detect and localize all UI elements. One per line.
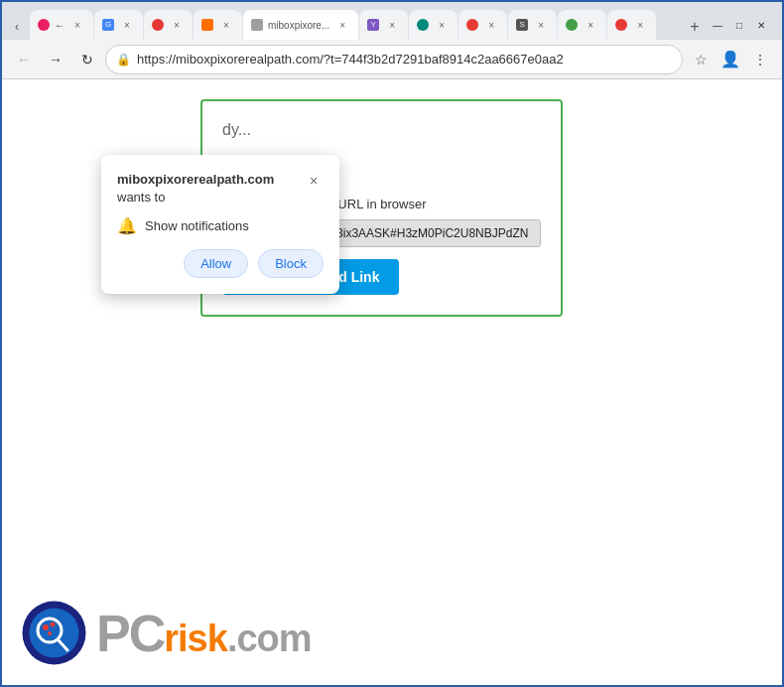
minimize-button[interactable]: — [709, 16, 726, 34]
svg-point-4 [43, 624, 49, 630]
loading-text: dy... [222, 121, 541, 139]
popup-notification-row: 🔔 Show notifications [117, 216, 324, 235]
pc-text: PC [96, 604, 164, 663]
tab-5-close[interactable]: × [334, 17, 350, 33]
browser-frame: ‹ ← × G × × × [2, 2, 782, 685]
tab-11[interactable]: × [607, 10, 656, 40]
svg-point-5 [51, 622, 56, 627]
tab-7[interactable]: × [409, 10, 457, 40]
svg-point-6 [48, 631, 52, 635]
toolbar-actions: ☆ 👤 ⋮ [687, 46, 774, 73]
profile-icon: 👤 [720, 50, 740, 69]
popup-header: miboxpixorerealpath.com wants to × [117, 171, 324, 206]
notification-popup: miboxpixorerealpath.com wants to × 🔔 Sho… [101, 155, 339, 294]
refresh-button[interactable]: ↻ [73, 46, 101, 73]
more-icon: ⋮ [753, 52, 767, 68]
back-icon: ← [17, 52, 31, 68]
forward-icon: → [49, 52, 63, 68]
pc-logo [22, 601, 86, 665]
more-button[interactable]: ⋮ [746, 46, 774, 73]
secure-icon: 🔒 [116, 53, 131, 67]
tab-7-close[interactable]: × [434, 17, 450, 33]
popup-notification-text: Show notifications [145, 218, 249, 233]
tab-6[interactable]: Y × [359, 10, 408, 40]
tab-5-active[interactable]: miboxpixore... × [243, 10, 358, 40]
tab-8[interactable]: × [458, 10, 507, 40]
popup-close-button[interactable]: × [304, 171, 324, 191]
popup-actions: Allow Block [117, 249, 324, 278]
popup-domain: miboxpixorerealpath.com [117, 172, 274, 187]
tab-9[interactable]: S × [508, 10, 557, 40]
tab-10[interactable]: × [558, 10, 606, 40]
bell-icon: 🔔 [117, 216, 137, 235]
watermark-area: PC risk .com [22, 601, 312, 665]
tab-10-close[interactable]: × [583, 17, 598, 33]
tab-2[interactable]: G × [94, 10, 143, 40]
tab-bar: ‹ ← × G × × × [2, 2, 782, 40]
forward-button[interactable]: → [42, 46, 69, 73]
risk-text: risk [164, 618, 227, 660]
page-content: dy... s: 2025 Copy and paste the URL in … [2, 79, 782, 685]
allow-button[interactable]: Allow [184, 249, 248, 278]
star-icon: ☆ [695, 52, 708, 68]
tab-2-close[interactable]: × [119, 17, 135, 33]
watermark-text: PC risk .com [96, 604, 312, 663]
new-tab-button[interactable]: + [683, 14, 707, 40]
browser-toolbar: ← → ↻ 🔒 https://miboxpixorerealpath.com/… [2, 40, 782, 79]
address-bar[interactable]: 🔒 https://miboxpixorerealpath.com/?t=744… [105, 45, 683, 74]
profile-button[interactable]: 👤 [717, 46, 744, 73]
bookmark-button[interactable]: ☆ [687, 46, 715, 73]
tab-1[interactable]: ← × [30, 10, 93, 40]
popup-title: miboxpixorerealpath.com wants to [117, 171, 304, 206]
tab-1-close[interactable]: × [69, 17, 85, 33]
tab-4[interactable]: × [194, 10, 242, 40]
tab-8-close[interactable]: × [483, 17, 499, 33]
block-button[interactable]: Block [258, 249, 324, 278]
refresh-icon: ↻ [81, 52, 93, 68]
tab-3[interactable]: × [144, 10, 193, 40]
tab-6-close[interactable]: × [384, 17, 400, 33]
tab-scroll-left[interactable]: ‹ [6, 14, 28, 40]
window-controls: — □ ✕ [709, 16, 778, 40]
maximize-button[interactable]: □ [730, 16, 748, 34]
tab-4-close[interactable]: × [218, 17, 234, 33]
tab-3-close[interactable]: × [169, 17, 185, 33]
address-text: https://miboxpixorerealpath.com/?t=744f3… [137, 52, 672, 67]
tab-9-close[interactable]: × [533, 17, 549, 33]
close-button[interactable]: ✕ [752, 16, 770, 34]
tabs-area: ← × G × × × miboxpixore... × [30, 10, 677, 40]
back-button[interactable]: ← [10, 46, 38, 73]
tab-11-close[interactable]: × [632, 17, 648, 33]
com-text: .com [227, 618, 312, 660]
pc-logo-svg [22, 601, 86, 665]
popup-title-suffix: wants to [117, 190, 165, 205]
